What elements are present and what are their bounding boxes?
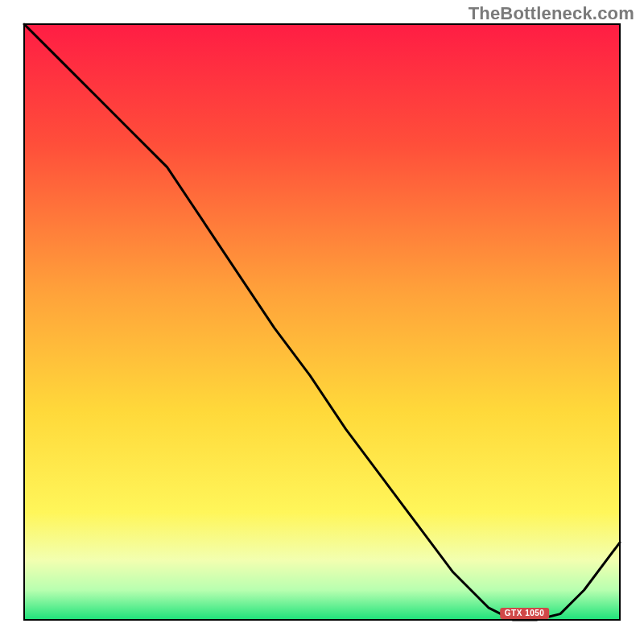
optimal-gpu-marker: GTX 1050 — [500, 608, 550, 619]
chart-stage: TheBottleneck.com GTX 1050 — [0, 0, 644, 644]
bottleneck-chart — [0, 0, 644, 644]
